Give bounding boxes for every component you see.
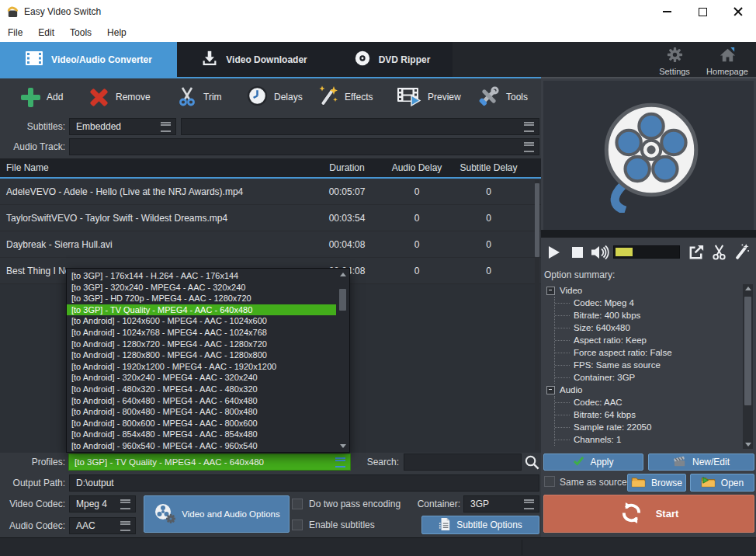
- remove-label: Remove: [116, 92, 151, 103]
- profile-option-selected[interactable]: [to 3GP] - TV Quality - MPEG4 - AAC - 64…: [67, 304, 336, 316]
- open-button[interactable]: Open: [690, 474, 754, 492]
- profile-option[interactable]: [to Android] - 800x600 - MPEG4 - AAC - 8…: [67, 418, 336, 429]
- summary-scrollbar[interactable]: [743, 284, 753, 449]
- stop-icon[interactable]: [572, 247, 583, 258]
- scrollbar-thumb[interactable]: [744, 297, 751, 405]
- new-edit-button[interactable]: New/Edit: [648, 453, 754, 471]
- col-subtitle-delay[interactable]: Subtitle Delay: [452, 162, 525, 173]
- effects-small-icon[interactable]: [732, 243, 750, 264]
- tools-button[interactable]: Tools: [478, 78, 528, 116]
- browse-button[interactable]: Browse: [627, 474, 686, 492]
- play-icon[interactable]: [549, 246, 560, 259]
- trim-small-icon[interactable]: [710, 243, 728, 264]
- seek-slider[interactable]: [613, 245, 680, 259]
- tab-video-audio-converter[interactable]: Video/Audio Converter: [0, 42, 177, 77]
- audio-track-select[interactable]: [69, 138, 539, 155]
- menu-help[interactable]: Help: [99, 25, 134, 40]
- menu-tools[interactable]: Tools: [62, 25, 99, 40]
- effects-button[interactable]: Effects: [317, 78, 373, 116]
- audio-codec-select[interactable]: AAC: [69, 517, 136, 534]
- output-path-field[interactable]: D:\output: [69, 474, 539, 492]
- menu-file[interactable]: File: [0, 25, 30, 40]
- container-select[interactable]: 3GP: [463, 495, 539, 513]
- subtitles-file-select[interactable]: [181, 118, 539, 135]
- col-audio-delay[interactable]: Audio Delay: [382, 162, 452, 173]
- slider-thumb[interactable]: [616, 248, 633, 256]
- two-pass-checkbox[interactable]: [292, 499, 303, 509]
- subtitles-select[interactable]: Embedded: [69, 118, 176, 135]
- download-icon: [201, 50, 218, 69]
- remove-button[interactable]: Remove: [88, 78, 151, 116]
- add-button[interactable]: Add: [21, 78, 63, 116]
- trim-button[interactable]: Trim: [177, 78, 222, 116]
- apply-button[interactable]: Apply: [543, 453, 643, 471]
- tree-item: Aspect ratio: Keep: [555, 334, 741, 346]
- delays-button[interactable]: Delays: [247, 78, 303, 116]
- settings-button[interactable]: Settings: [656, 46, 693, 76]
- profile-option[interactable]: [to Android] - 320x240 - MPEG4 - AAC - 3…: [67, 372, 336, 384]
- menu-lines-icon: [524, 142, 534, 152]
- profile-option[interactable]: [to Android] - 854x480 - MPEG4 - AAC - 8…: [67, 429, 336, 440]
- close-icon: [733, 6, 744, 17]
- collapse-icon[interactable]: [546, 287, 555, 295]
- profile-option[interactable]: [to 3GP] - 176x144 - H.264 - AAC - 176x1…: [67, 270, 336, 282]
- profile-option[interactable]: [to 3GP] - 320x240 - MPEG4 - AAC - 320x2…: [67, 282, 336, 294]
- file-row[interactable]: TaylorSwiftVEVO - Taylor Swift - Wildest…: [0, 205, 541, 231]
- new-edit-label: New/Edit: [692, 457, 730, 467]
- video-codec-select[interactable]: Mpeg 4: [69, 495, 136, 513]
- profile-option[interactable]: [to Android] - 640x480 - MPEG4 - AAC - 6…: [67, 395, 336, 407]
- tab-video-downloader[interactable]: Video Downloader: [177, 42, 331, 77]
- profile-option[interactable]: [to 3GP] - HD 720p - MPEG4 - AAC - 1280x…: [67, 293, 336, 304]
- enable-subtitles-checkbox[interactable]: [292, 520, 303, 530]
- subtitle-options-button[interactable]: Subtitle Options: [421, 516, 539, 534]
- trim-label: Trim: [203, 92, 222, 103]
- tab-dvd-ripper[interactable]: DVD Ripper: [331, 42, 453, 77]
- volume-icon[interactable]: [591, 245, 611, 263]
- tree-group-video[interactable]: Video: [543, 284, 741, 297]
- scrollbar-thumb[interactable]: [339, 289, 346, 311]
- profile-option[interactable]: [to Android] - 1024x768 - MPEG4 - AAC - …: [67, 327, 336, 339]
- scrollbar-thumb[interactable]: [535, 183, 539, 257]
- profile-option[interactable]: [to Android] - 1280x800 - MPEG4 - AAC - …: [67, 349, 336, 361]
- preview-button[interactable]: Preview: [397, 78, 461, 116]
- homepage-button[interactable]: Homepage: [705, 46, 750, 76]
- profile-option[interactable]: [to Android] - 800x480 - MPEG4 - AAC - 8…: [67, 406, 336, 418]
- detach-player-icon[interactable]: [688, 243, 706, 264]
- maximize-button[interactable]: [688, 0, 717, 23]
- start-button[interactable]: Start: [543, 495, 754, 533]
- file-row[interactable]: Daybreak - Sierra Hull.avi 00:04:08 0 0: [0, 231, 541, 258]
- profiles-select[interactable]: [to 3GP] - TV Quality - MPEG4 - AAC - 64…: [68, 453, 351, 471]
- search-icon[interactable]: [524, 454, 540, 474]
- profile-option[interactable]: [to Android] - 1024x600 - MPEG4 - AAC - …: [67, 315, 336, 327]
- menu-edit[interactable]: Edit: [30, 25, 62, 40]
- minimize-button[interactable]: [652, 0, 681, 23]
- search-input[interactable]: [404, 453, 522, 471]
- folder-icon: [631, 476, 646, 490]
- scroll-down-icon[interactable]: [340, 444, 346, 448]
- file-row[interactable]: AdeleVEVO - Adele - Hello (Live at the N…: [0, 179, 541, 205]
- collapse-icon[interactable]: [546, 386, 555, 394]
- audio-codec-label: Audio Codec:: [0, 517, 65, 534]
- file-name-cell: TaylorSwiftVEVO - Taylor Swift - Wildest…: [0, 213, 312, 224]
- col-duration[interactable]: Duration: [312, 162, 382, 173]
- scroll-down-icon[interactable]: [745, 443, 751, 447]
- close-button[interactable]: [723, 0, 753, 23]
- profile-option[interactable]: [to Android] - 1280x720 - MPEG4 - AAC - …: [67, 339, 336, 350]
- effects-label: Effects: [345, 92, 373, 103]
- file-list-scrollbar[interactable]: [535, 180, 539, 450]
- subtitle-delay-cell: 0: [452, 239, 525, 250]
- profile-option[interactable]: [to Android] - 960x540 - MPEG4 - AAC - 9…: [67, 440, 336, 452]
- scroll-up-icon[interactable]: [340, 273, 346, 276]
- video-audio-options-button[interactable]: Video and Audio Options: [144, 495, 290, 533]
- subtitle-doc-icon: [439, 517, 451, 533]
- audio-track-label: Audio Track:: [0, 138, 65, 155]
- duration-cell: 00:04:08: [312, 239, 382, 250]
- tree-group-audio[interactable]: Audio: [543, 384, 741, 396]
- duration-cell: 00:05:07: [312, 186, 382, 197]
- profile-option[interactable]: [to Android] - 480x320 - MPEG4 - AAC - 4…: [67, 384, 336, 395]
- profile-option[interactable]: [to Android] - 1920x1200 - MPEG4 - AAC -…: [67, 361, 336, 373]
- scroll-up-icon[interactable]: [745, 287, 751, 290]
- dropdown-scrollbar[interactable]: [338, 270, 348, 450]
- same-as-source-checkbox[interactable]: [544, 476, 555, 487]
- col-file-name[interactable]: File Name: [0, 162, 312, 173]
